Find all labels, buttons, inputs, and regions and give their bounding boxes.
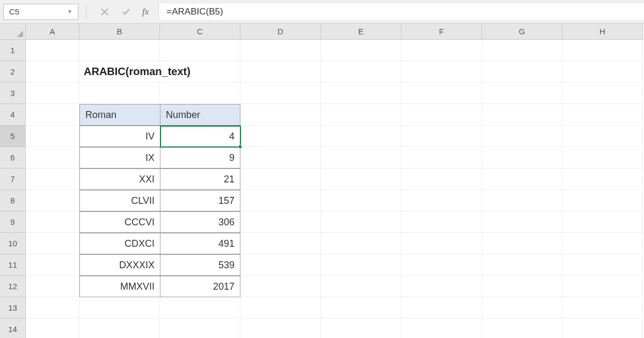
cell-D14[interactable] <box>240 319 321 338</box>
cell-E11[interactable] <box>321 254 401 276</box>
cell-A7[interactable] <box>26 168 79 190</box>
cell-H5[interactable] <box>562 126 643 147</box>
cell-C5[interactable]: 4 <box>160 126 240 147</box>
cell-A12[interactable] <box>26 276 79 297</box>
cell-E1[interactable] <box>321 40 401 61</box>
cell-B10[interactable]: CDXCI <box>79 233 160 254</box>
cell-C11[interactable]: 539 <box>160 254 240 276</box>
cell-D13[interactable] <box>240 297 321 319</box>
cell-F13[interactable] <box>401 297 482 319</box>
cell-H2[interactable] <box>562 61 643 83</box>
cell-G1[interactable] <box>482 40 562 61</box>
cell-A6[interactable] <box>26 147 79 168</box>
cell-G5[interactable] <box>482 126 562 147</box>
col-header-D[interactable]: D <box>240 24 321 40</box>
formula-input[interactable]: =ARABIC(B5) <box>158 4 644 20</box>
cell-D3[interactable] <box>240 83 321 104</box>
row-header-9[interactable]: 9 <box>0 211 26 233</box>
cell-A3[interactable] <box>26 83 79 104</box>
row-header-6[interactable]: 6 <box>0 147 26 168</box>
cell-G3[interactable] <box>482 83 562 104</box>
check-icon[interactable] <box>120 5 133 18</box>
col-header-B[interactable]: B <box>79 24 160 40</box>
cancel-icon[interactable] <box>98 5 111 18</box>
cell-F7[interactable] <box>401 168 482 190</box>
row-header-12[interactable]: 12 <box>0 276 26 297</box>
col-header-G[interactable]: G <box>482 24 562 40</box>
cell-A10[interactable] <box>26 233 79 254</box>
cell-H14[interactable] <box>562 319 643 338</box>
row-header-13[interactable]: 13 <box>0 297 26 319</box>
cell-E6[interactable] <box>321 147 401 168</box>
row-header-3[interactable]: 3 <box>0 83 26 104</box>
cell-H3[interactable] <box>562 83 643 104</box>
cell-C10[interactable]: 491 <box>160 233 240 254</box>
cell-D8[interactable] <box>240 190 321 211</box>
cell-F8[interactable] <box>401 190 482 211</box>
col-header-C[interactable]: C <box>160 24 240 40</box>
cell-E14[interactable] <box>321 319 401 338</box>
cell-B12[interactable]: MMXVII <box>79 276 160 297</box>
cell-A8[interactable] <box>26 190 79 211</box>
cell-H11[interactable] <box>562 254 643 276</box>
cell-E10[interactable] <box>321 233 401 254</box>
cell-G10[interactable] <box>482 233 562 254</box>
cell-F2[interactable] <box>401 61 482 83</box>
cell-F9[interactable] <box>401 211 482 233</box>
table-header-number[interactable]: Number <box>160 104 240 126</box>
cell-A4[interactable] <box>26 104 79 126</box>
cell-H8[interactable] <box>562 190 643 211</box>
cell-F14[interactable] <box>401 319 482 338</box>
cell-B6[interactable]: IX <box>79 147 160 168</box>
row-header-11[interactable]: 11 <box>0 254 26 276</box>
cell-C8[interactable]: 157 <box>160 190 240 211</box>
fx-icon[interactable]: fx <box>142 6 149 17</box>
row-header-1[interactable]: 1 <box>0 40 26 61</box>
cell-F1[interactable] <box>401 40 482 61</box>
cell-H7[interactable] <box>562 168 643 190</box>
cell-B8[interactable]: CLVII <box>79 190 160 211</box>
cell-B3[interactable] <box>79 83 160 104</box>
cell-H1[interactable] <box>562 40 643 61</box>
cell-D4[interactable] <box>240 104 321 126</box>
row-header-14[interactable]: 14 <box>0 319 26 338</box>
cell-C14[interactable] <box>160 319 240 338</box>
cell-H10[interactable] <box>562 233 643 254</box>
cell-D12[interactable] <box>240 276 321 297</box>
row-header-8[interactable]: 8 <box>0 190 26 211</box>
cell-C2[interactable] <box>160 61 240 83</box>
cell-C13[interactable] <box>160 297 240 319</box>
cell-A14[interactable] <box>26 319 79 338</box>
cell-A11[interactable] <box>26 254 79 276</box>
cell-E3[interactable] <box>321 83 401 104</box>
cell-B11[interactable]: DXXXIX <box>79 254 160 276</box>
cell-F11[interactable] <box>401 254 482 276</box>
cell-B5[interactable]: IV <box>79 126 160 147</box>
cell-H9[interactable] <box>562 211 643 233</box>
cell-C6[interactable]: 9 <box>160 147 240 168</box>
cell-A5[interactable] <box>26 126 79 147</box>
cell-E2[interactable] <box>321 61 401 83</box>
cell-B2[interactable]: ARABIC(roman_text) <box>79 61 160 83</box>
cell-F3[interactable] <box>401 83 482 104</box>
cell-B14[interactable] <box>79 319 160 338</box>
cell-G7[interactable] <box>482 168 562 190</box>
cell-G6[interactable] <box>482 147 562 168</box>
col-header-A[interactable]: A <box>26 24 79 40</box>
cell-H13[interactable] <box>562 297 643 319</box>
cell-E5[interactable] <box>321 126 401 147</box>
row-header-5[interactable]: 5 <box>0 126 26 147</box>
cell-E13[interactable] <box>321 297 401 319</box>
col-header-H[interactable]: H <box>562 24 643 40</box>
cell-B7[interactable]: XXI <box>79 168 160 190</box>
cell-H12[interactable] <box>562 276 643 297</box>
row-header-7[interactable]: 7 <box>0 168 26 190</box>
row-header-4[interactable]: 4 <box>0 104 26 126</box>
cell-B1[interactable] <box>79 40 160 61</box>
cell-E9[interactable] <box>321 211 401 233</box>
cell-G14[interactable] <box>482 319 562 338</box>
cell-H6[interactable] <box>562 147 643 168</box>
cell-A2[interactable] <box>26 61 79 83</box>
cell-D9[interactable] <box>240 211 321 233</box>
cell-D1[interactable] <box>240 40 321 61</box>
